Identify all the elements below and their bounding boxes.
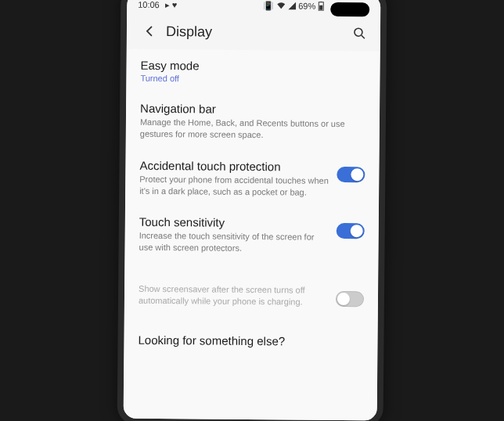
setting-subtitle: Manage the Home, Back, and Recents butto… (140, 117, 365, 142)
phone-frame: 10:06 ▸ ♥ 📳 69% Display Eas (117, 0, 387, 421)
setting-title: Accidental touch protection (139, 158, 329, 173)
notification-icon-2: ♥ (172, 0, 178, 9)
footer-title: Looking for something else? (138, 333, 363, 348)
page-title: Display (166, 23, 212, 41)
setting-easy-mode[interactable]: Easy mode Turned off (126, 49, 380, 95)
setting-touch-sensitivity[interactable]: Touch sensitivity Increase the touch sen… (124, 206, 379, 265)
search-button[interactable] (349, 23, 369, 43)
setting-title: Navigation bar (140, 102, 365, 117)
wifi-icon (276, 2, 286, 9)
setting-subtitle: Show screensaver after the screen turns … (139, 283, 328, 308)
toggle-screensaver[interactable] (336, 291, 364, 307)
settings-list[interactable]: Easy mode Turned off Navigation bar Mana… (124, 49, 380, 421)
footer-section: Looking for something else? (124, 322, 377, 359)
app-header: Display (127, 16, 380, 52)
setting-accidental-touch[interactable]: Accidental touch protection Protect your… (125, 149, 380, 208)
svg-rect-1 (319, 5, 322, 10)
svg-rect-2 (320, 2, 322, 2)
setting-screensaver[interactable]: Show screensaver after the screen turns … (124, 263, 379, 318)
svg-point-3 (355, 28, 362, 36)
vibrate-icon: 📳 (263, 1, 274, 11)
back-button[interactable] (138, 21, 161, 41)
svg-line-4 (362, 35, 365, 38)
battery-text: 69% (298, 2, 315, 11)
setting-status: Turned off (140, 74, 365, 85)
signal-icon (288, 2, 296, 9)
camera-cutout (330, 2, 369, 16)
status-time: 10:06 (138, 0, 160, 9)
toggle-accidental-touch[interactable] (337, 167, 365, 182)
notification-icon: ▸ (165, 0, 170, 10)
battery-icon (318, 2, 324, 11)
toggle-touch-sensitivity[interactable] (337, 223, 365, 239)
setting-subtitle: Increase the touch sensitivity of the sc… (139, 230, 328, 255)
setting-subtitle: Protect your phone from accidental touch… (139, 173, 329, 198)
setting-navigation-bar[interactable]: Navigation bar Manage the Home, Back, an… (126, 92, 380, 152)
setting-title: Touch sensitivity (139, 215, 329, 230)
setting-title: Easy mode (140, 59, 365, 74)
